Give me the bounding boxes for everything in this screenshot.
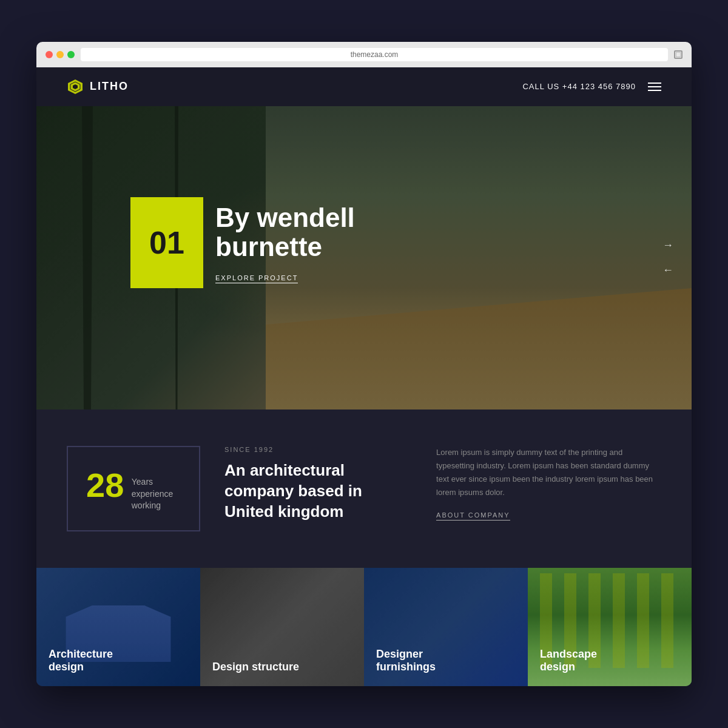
- service-title-architecture: Architecture design: [49, 648, 188, 674]
- service-card-design-structure[interactable]: Design structure: [200, 568, 364, 686]
- hero-title-line2: burnette: [215, 232, 322, 261]
- site-header: LITHO CALL US +44 123 456 7890: [36, 67, 692, 106]
- menu-bar-2: [648, 86, 661, 87]
- site-content: LITHO CALL US +44 123 456 7890: [36, 67, 692, 686]
- header-right: CALL US +44 123 456 7890: [522, 82, 661, 91]
- hamburger-menu-icon[interactable]: [648, 83, 661, 91]
- about-section: 28 Years experience working SINCE 1992 A…: [36, 410, 692, 568]
- dot-yellow[interactable]: [56, 51, 64, 58]
- about-since: SINCE 1992: [224, 446, 412, 453]
- about-stat-block: 28 Years experience working: [67, 446, 200, 531]
- service-card-3-content: Designer furnishings: [376, 648, 516, 674]
- service-title-2-line1: Design structure: [212, 661, 299, 673]
- service-title-3-line2: furnishings: [376, 661, 436, 673]
- logo[interactable]: LITHO: [67, 78, 129, 95]
- stat-label-experience: experience: [132, 489, 174, 499]
- hero-title-line1: By wendell: [215, 203, 355, 232]
- about-company-block: SINCE 1992 An architectural company base…: [224, 446, 412, 522]
- logo-icon: [67, 78, 84, 95]
- service-title-4-line2: design: [540, 661, 575, 673]
- about-description-block: Lorem ipsum is simply dummy text of the …: [436, 446, 661, 521]
- browser-bar: themezaa.com: [36, 42, 692, 67]
- service-card-2-content: Design structure: [212, 661, 352, 674]
- service-title-1-line2: design: [49, 661, 84, 673]
- about-title: An architectural company based in United…: [224, 460, 412, 522]
- service-title-1-line1: Architecture: [49, 648, 113, 660]
- menu-bar-3: [648, 90, 661, 91]
- hero-slide-number: 01: [149, 227, 184, 258]
- stat-label-years: Years: [132, 477, 153, 487]
- service-card-1-content: Architecture design: [49, 648, 188, 674]
- about-title-line3: United kingdom: [224, 502, 343, 521]
- service-title-4-line1: Landscape: [540, 648, 597, 660]
- about-description-text: Lorem ipsum is simply dummy text of the …: [436, 446, 661, 499]
- service-card-4-content: Landscape design: [540, 648, 679, 674]
- hero-prev-arrow[interactable]: ←: [662, 264, 673, 277]
- menu-bar-1: [648, 83, 661, 84]
- service-card-architecture[interactable]: Architecture design: [36, 568, 200, 686]
- stat-label-working: working: [132, 500, 161, 510]
- browser-dots: [46, 51, 75, 58]
- hero-number-block: 01: [130, 197, 203, 288]
- about-title-line1: An architectural: [224, 461, 345, 479]
- about-title-line2: company based in: [224, 482, 362, 500]
- hero-text-block: By wendell burnette EXPLORE PROJECT: [215, 203, 355, 283]
- hero-arrows: → ←: [662, 239, 673, 277]
- service-card-designer-furnishings[interactable]: Designer furnishings: [364, 568, 528, 686]
- service-card-landscape-design[interactable]: Landscape design: [528, 568, 692, 686]
- dot-red[interactable]: [46, 51, 53, 58]
- hero-next-arrow[interactable]: →: [662, 239, 673, 252]
- hero-section: 01 By wendell burnette EXPLORE PROJECT →…: [36, 106, 692, 410]
- browser-window: themezaa.com LITHO CALL US +44 123 456 7…: [36, 42, 692, 686]
- browser-url[interactable]: themezaa.com: [81, 48, 668, 61]
- services-grid: Architecture design Design structure: [36, 568, 692, 686]
- service-title-landscape: Landscape design: [540, 648, 679, 674]
- browser-expand-icon[interactable]: [674, 50, 682, 59]
- service-title-design-structure: Design structure: [212, 661, 352, 674]
- hero-explore-link[interactable]: EXPLORE PROJECT: [215, 274, 298, 283]
- service-title-furnishings: Designer furnishings: [376, 648, 516, 674]
- stat-number: 28: [86, 465, 124, 505]
- service-title-3-line1: Designer: [376, 648, 423, 660]
- dot-green[interactable]: [67, 51, 75, 58]
- hero-title: By wendell burnette: [215, 203, 355, 262]
- phone-number: CALL US +44 123 456 7890: [522, 82, 636, 91]
- stat-label: Years experience working: [132, 476, 174, 512]
- about-company-link[interactable]: ABOUT COMPANY: [436, 511, 510, 521]
- logo-text: LITHO: [90, 80, 129, 93]
